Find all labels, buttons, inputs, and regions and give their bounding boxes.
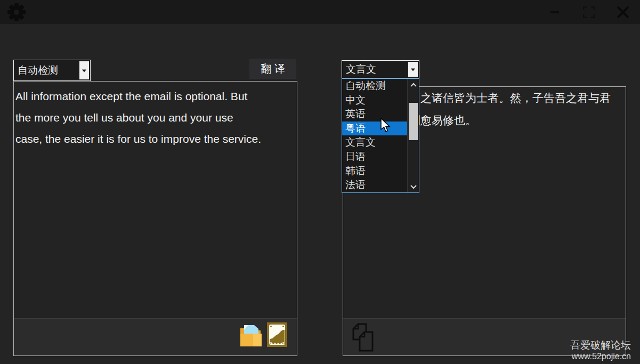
dropdown-option-auto[interactable]: 自动检测	[342, 79, 408, 93]
source-toolbar	[14, 318, 297, 355]
dropdown-option-japanese[interactable]: 日语	[342, 150, 408, 164]
read-aloud-button[interactable]	[267, 322, 287, 347]
titlebar	[0, 0, 640, 24]
dropdown-option-french[interactable]: 法语	[342, 178, 408, 192]
minimize-icon	[550, 11, 559, 13]
watermark: 吾爱破解论坛 www.52pojie.cn	[570, 339, 631, 361]
close-button[interactable]	[611, 0, 635, 24]
settings-gear-icon[interactable]	[7, 2, 26, 22]
scrollbar-thumb[interactable]	[409, 103, 418, 140]
source-language-combobox[interactable]: 自动检测	[13, 60, 91, 81]
source-textarea[interactable]: All information except the email is opti…	[15, 86, 295, 150]
maximize-icon	[583, 6, 595, 18]
copy-icon	[349, 322, 376, 352]
combobox-dropdown-arrow[interactable]	[79, 61, 89, 79]
watermark-url: www.52pojie.cn	[570, 351, 631, 361]
minimize-button[interactable]	[542, 0, 567, 24]
maximize-button[interactable]	[577, 0, 601, 24]
dropdown-option-chinese[interactable]: 中文	[342, 93, 408, 108]
scroll-up-arrow-icon[interactable]	[408, 79, 419, 91]
target-language-value: 文言文	[346, 62, 376, 76]
stamp-icon	[267, 322, 287, 347]
copy-result-button[interactable]	[349, 322, 376, 352]
translate-button[interactable]: 翻 译	[249, 59, 296, 79]
dropdown-option-korean[interactable]: 韩语	[342, 164, 408, 179]
scroll-down-arrow-icon[interactable]	[408, 181, 419, 192]
source-language-value: 自动检测	[18, 63, 58, 77]
dropdown-option-english[interactable]: 英语	[342, 107, 408, 122]
target-text-line1: 之诸信皆为士者。然，子告吾之君与君	[420, 91, 611, 106]
target-language-dropdown-list: 自动检测 中文 英语 粤语 文言文 日语 韩语 法语	[342, 78, 419, 193]
watermark-forum-name: 吾爱破解论坛	[570, 339, 631, 351]
translator-window: 自动检测 翻 译 All information except the emai…	[0, 0, 640, 364]
dropdown-option-cantonese[interactable]: 粤语	[342, 122, 408, 136]
combobox-dropdown-arrow[interactable]	[408, 62, 418, 77]
dropdown-scrollbar[interactable]	[407, 79, 419, 192]
open-file-button[interactable]	[239, 324, 262, 347]
dropdown-option-classical-chinese[interactable]: 文言文	[342, 135, 408, 150]
folder-icon	[239, 324, 262, 347]
close-icon	[617, 6, 629, 19]
source-text-panel: All information except the email is opti…	[13, 81, 297, 356]
target-language-combobox[interactable]: 文言文	[342, 60, 419, 78]
